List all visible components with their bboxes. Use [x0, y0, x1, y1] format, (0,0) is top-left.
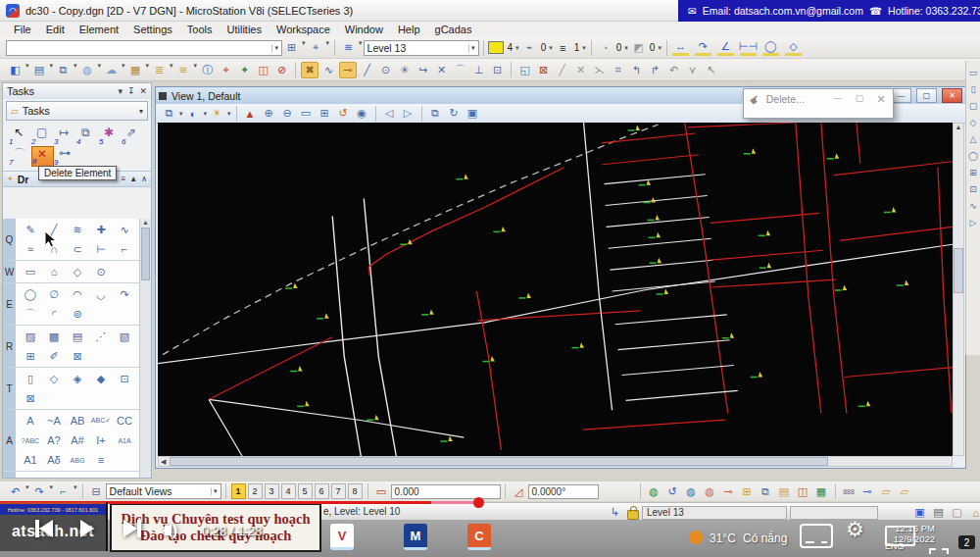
delete-pattern-icon[interactable]: ⊠	[66, 346, 89, 366]
place-arc-icon[interactable]: ◠	[66, 284, 89, 304]
acs-link-icon[interactable]: ⊸	[859, 483, 876, 500]
grid-lock-icon[interactable]: ⌗	[610, 62, 626, 78]
delete-element-tool[interactable]: ✕8	[31, 146, 54, 167]
rotate-view-icon[interactable]: ↺	[335, 105, 352, 122]
match-text-icon[interactable]: A?	[42, 430, 66, 450]
active-level-combo[interactable]: Level 13▾	[364, 40, 479, 56]
fence-delete-icon[interactable]: ⊠	[535, 62, 552, 78]
insert-text-icon[interactable]: I+	[89, 430, 113, 450]
fence-diamond-icon[interactable]: ◇	[967, 116, 980, 128]
menu-element[interactable]: Element	[79, 24, 119, 35]
pattern-query-icon[interactable]: ▧	[113, 327, 136, 346]
modify-arc-icon[interactable]: ⌒	[19, 304, 42, 324]
geographic-icon[interactable]: ◍	[646, 483, 662, 500]
dimension-label-icon[interactable]: ◇	[785, 39, 802, 56]
active-level-icon[interactable]: ≋	[340, 39, 357, 56]
geo-sync-icon[interactable]: ↺	[664, 483, 681, 500]
dimension-element-icon[interactable]: ↔	[672, 39, 689, 56]
view-toggle-2[interactable]: 2	[248, 483, 263, 499]
saved-views-caret-icon[interactable]: ▾	[146, 62, 150, 78]
next-video-button[interactable]	[123, 520, 141, 537]
tasks-dropdown-icon[interactable]: ▾	[118, 86, 122, 96]
angle-readout-icon[interactable]: ◿	[511, 483, 527, 500]
priority-icon[interactable]: ◩	[630, 39, 647, 56]
sketch-line-icon[interactable]: ≈	[19, 239, 42, 259]
angle-readout[interactable]: 0.0000°	[528, 484, 599, 499]
keyin-browse-caret-icon[interactable]: ▾	[326, 39, 330, 56]
home-status-icon[interactable]: ⌂	[967, 504, 980, 521]
video-progress-hover[interactable]	[431, 501, 479, 504]
weather-temp[interactable]: 31°C	[710, 532, 736, 545]
auxiliary-coordinates-icon[interactable]: ◫	[255, 62, 271, 78]
snap-intersection-icon[interactable]: ✕	[433, 62, 450, 78]
drawing-canvas[interactable]	[158, 123, 953, 456]
view-toggle-1[interactable]: 1	[231, 483, 246, 499]
running-coordinates-icon[interactable]: ▭	[373, 483, 390, 500]
pattern-area-icon[interactable]: ▤	[66, 327, 89, 346]
view-toggle-3[interactable]: 3	[265, 483, 279, 499]
palette-scrollbar[interactable]: ▲	[139, 219, 151, 478]
place-point-icon[interactable]: ✚	[89, 220, 113, 239]
fullscreen-button[interactable]	[929, 548, 949, 557]
place-point-symbol-icon[interactable]: ✳	[19, 473, 42, 478]
horizontal-scroll-thumb[interactable]	[170, 457, 828, 466]
fence-tool[interactable]: ▢2	[31, 126, 54, 146]
text-abg-icon[interactable]: ABG	[66, 450, 89, 470]
dimension-angular-icon[interactable]: ∠	[717, 39, 734, 56]
pointer-tool-icon[interactable]: ↖	[703, 62, 719, 78]
crosshatch-area-icon[interactable]: ▩	[42, 327, 66, 346]
adjust-view-brightness-icon[interactable]: ☀	[209, 105, 225, 122]
dimension-ordinate-icon[interactable]: ◯	[762, 39, 779, 56]
vertical-scroll-thumb[interactable]	[954, 248, 963, 293]
redo-icon[interactable]: ↷	[31, 483, 48, 500]
text-styles-icon[interactable]: A1A	[113, 430, 136, 450]
annotation-scale-icon[interactable]: ◫	[795, 483, 811, 500]
arrow-in-icon[interactable]: ↰	[628, 62, 645, 78]
place-block-icon[interactable]: ▭	[19, 262, 42, 281]
element-information-icon[interactable]: ⓘ	[199, 62, 216, 78]
zoom-out-icon[interactable]: ⊖	[279, 105, 296, 122]
view-maximize-button[interactable]: ▢	[916, 88, 937, 103]
collapse-icon[interactable]: ▲	[129, 175, 137, 183]
scroll-left-arrow-icon[interactable]: ◀	[161, 458, 166, 466]
reference-adjust-icon[interactable]: ⧉	[758, 483, 774, 500]
copy-element-tool[interactable]: ⧉4	[76, 126, 99, 146]
view-previous-icon[interactable]: ◁	[381, 105, 398, 122]
view-toggle-5[interactable]: 5	[298, 483, 313, 499]
place-text-icon[interactable]: A	[19, 411, 42, 430]
menu-gcadas[interactable]: gCadas	[435, 24, 472, 35]
element-selection-tool[interactable]: ↖1	[9, 126, 31, 146]
drop-element-tool[interactable]: ⇗6	[122, 126, 144, 146]
fence-grid-icon[interactable]: ⊞	[967, 166, 980, 178]
snap-midpoint-icon[interactable]: ╱	[359, 62, 375, 78]
fork-tool-icon[interactable]: ⋎	[684, 62, 701, 78]
complete-arc-icon[interactable]: ⊚	[66, 304, 89, 324]
keyin-browse-icon[interactable]: ⌖	[308, 39, 324, 56]
weather-desc[interactable]: Có nắng	[743, 532, 787, 545]
image-status-icon[interactable]: ▣	[911, 504, 928, 521]
half-ellipse-icon[interactable]: ◡	[89, 284, 113, 304]
arc-tangent-icon[interactable]: ◜	[42, 304, 66, 324]
snap-toggle-icon[interactable]: ✖	[301, 62, 318, 78]
view-minimize-button[interactable]: —	[891, 88, 911, 103]
previous-video-button[interactable]	[35, 520, 53, 537]
dimension-linear-icon[interactable]: ⊢⊣	[740, 39, 757, 56]
fence-triangle-icon[interactable]: △	[967, 132, 980, 145]
view-attributes-caret-icon[interactable]: ▾	[179, 110, 183, 118]
geo-browser-icon[interactable]: ◍	[702, 483, 718, 500]
arrow-out-icon[interactable]: ↱	[647, 62, 663, 78]
place-curve-icon[interactable]: ∿	[113, 220, 136, 239]
scroll-up-arrow-icon[interactable]: ▲	[956, 124, 962, 130]
lock-icon[interactable]	[627, 510, 639, 520]
primary-tools-icon[interactable]: ◧	[7, 62, 24, 78]
attach-tags-icon[interactable]: ▯	[19, 369, 42, 388]
set-mark-icon[interactable]: ⌐	[55, 483, 72, 500]
map-sheet-icon[interactable]: ▦	[813, 483, 830, 500]
transparency-icon[interactable]: ◔	[597, 39, 613, 56]
keyin-input[interactable]: ▾	[6, 40, 282, 56]
taskbar-app-microstation[interactable]: M	[404, 524, 427, 550]
place-note-icon[interactable]: ~A	[42, 411, 66, 430]
selection-status-icon[interactable]: ▢	[949, 504, 965, 521]
fence-play-icon[interactable]: ▷	[967, 216, 980, 228]
view-display-style-caret-icon[interactable]: ▾	[204, 110, 208, 118]
